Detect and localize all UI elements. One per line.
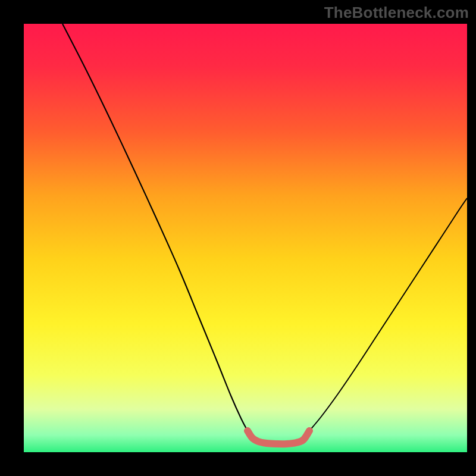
plot-background — [24, 24, 467, 452]
chart-frame: TheBottleneck.com — [0, 0, 476, 476]
watermark-label: TheBottleneck.com — [324, 4, 469, 22]
bottleneck-chart — [0, 0, 476, 476]
